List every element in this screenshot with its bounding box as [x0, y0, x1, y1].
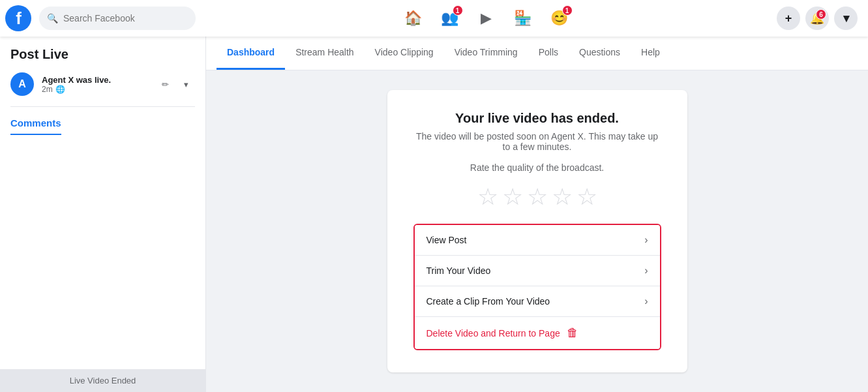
watch-icon: ▶: [481, 10, 492, 27]
view-post-action[interactable]: View Post ›: [415, 225, 660, 256]
friends-badge: 1: [453, 5, 463, 16]
tab-dashboard[interactable]: Dashboard: [217, 37, 285, 70]
star-rating[interactable]: ☆ ☆ ☆ ☆ ☆: [413, 183, 661, 211]
comments-tab[interactable]: Comments: [10, 112, 61, 135]
create-clip-action[interactable]: Create a Clip From Your Video ›: [415, 286, 660, 317]
tab-polls[interactable]: Polls: [528, 37, 569, 70]
tab-video-trimming[interactable]: Video Trimming: [444, 37, 528, 70]
rating-label: Rate the quality of the broadcast.: [413, 162, 661, 173]
groups-nav-button[interactable]: 😊 1: [544, 3, 575, 34]
tab-video-clipping[interactable]: Video Clipping: [365, 37, 444, 70]
star-1[interactable]: ☆: [477, 183, 498, 211]
trim-video-label: Trim Your Video: [427, 265, 491, 276]
edit-button[interactable]: ✏: [156, 75, 174, 93]
notifications-badge: 6: [816, 9, 826, 20]
nav-center-icons: 🏠 👥 1 ▶ 🏪 😊 1: [196, 3, 777, 34]
user-actions: ✏ ▾: [156, 75, 195, 93]
home-icon: 🏠: [404, 10, 422, 27]
watch-nav-button[interactable]: ▶: [471, 3, 502, 34]
tab-help[interactable]: Help: [631, 37, 670, 70]
tabs-bar: Dashboard Stream Health Video Clipping V…: [206, 37, 868, 70]
sidebar-header: Post Live: [0, 37, 205, 67]
search-bar[interactable]: 🔍: [39, 7, 196, 30]
avatar: A: [10, 72, 34, 96]
marketplace-nav-button[interactable]: 🏪: [507, 3, 539, 34]
sidebar-user-row: A Agent X was live. 2m 🌐 ✏ ▾: [0, 67, 205, 101]
sidebar: Post Live A Agent X was live. 2m 🌐 ✏ ▾ C…: [0, 37, 206, 392]
create-clip-label: Create a Clip From Your Video: [427, 296, 550, 307]
delete-video-action[interactable]: Delete Video and Return to Page 🗑: [415, 317, 660, 349]
trash-icon: 🗑: [567, 326, 578, 340]
star-4[interactable]: ☆: [552, 183, 573, 211]
nav-right-actions: + 🔔 6 ▾: [777, 7, 868, 30]
user-info: Agent X was live. 2m 🌐: [42, 75, 148, 94]
main-area: Your live video has ended. The video wil…: [206, 70, 868, 392]
user-meta: 2m 🌐: [42, 85, 148, 94]
card-subtitle: The video will be posted soon on Agent X…: [413, 131, 661, 152]
marketplace-icon: 🏪: [514, 10, 531, 27]
user-name: Agent X was live.: [42, 75, 148, 85]
tab-questions[interactable]: Questions: [569, 37, 631, 70]
search-input[interactable]: [63, 13, 188, 23]
live-video-ended-footer: Live Video Ended: [0, 369, 205, 392]
friends-nav-button[interactable]: 👥 1: [434, 3, 466, 34]
create-clip-chevron: ›: [644, 295, 648, 307]
view-post-chevron: ›: [644, 234, 648, 246]
sidebar-title: Post Live: [10, 47, 195, 62]
star-3[interactable]: ☆: [527, 183, 548, 211]
account-menu-button[interactable]: ▾: [834, 7, 858, 30]
star-5[interactable]: ☆: [576, 183, 597, 211]
app-layout: Post Live A Agent X was live. 2m 🌐 ✏ ▾ C…: [0, 37, 868, 392]
facebook-logo[interactable]: f: [0, 0, 37, 37]
fb-logo-circle: f: [5, 5, 31, 31]
create-button[interactable]: +: [777, 7, 800, 30]
star-2[interactable]: ☆: [502, 183, 523, 211]
tab-stream-health[interactable]: Stream Health: [285, 37, 364, 70]
top-navigation: f 🔍 🏠 👥 1 ▶ 🏪 😊 1 + 🔔 6 ▾: [0, 0, 868, 37]
home-nav-button[interactable]: 🏠: [398, 3, 429, 34]
divider: [10, 106, 195, 107]
comments-section: Comments: [0, 112, 205, 135]
main-content: Dashboard Stream Health Video Clipping V…: [206, 37, 868, 392]
search-icon: 🔍: [47, 13, 58, 23]
notifications-button[interactable]: 🔔 6: [805, 7, 829, 30]
post-live-card: Your live video has ended. The video wil…: [387, 90, 687, 372]
groups-badge: 1: [562, 5, 573, 16]
card-title: Your live video has ended.: [413, 111, 661, 126]
delete-video-label: Delete Video and Return to Page: [427, 328, 560, 339]
action-list: View Post › Trim Your Video › Create a C…: [413, 224, 661, 350]
trim-video-action[interactable]: Trim Your Video ›: [415, 256, 660, 286]
view-post-label: View Post: [427, 235, 467, 245]
globe-icon: 🌐: [55, 85, 65, 94]
trim-video-chevron: ›: [644, 265, 648, 277]
chevron-down-button[interactable]: ▾: [177, 75, 195, 93]
